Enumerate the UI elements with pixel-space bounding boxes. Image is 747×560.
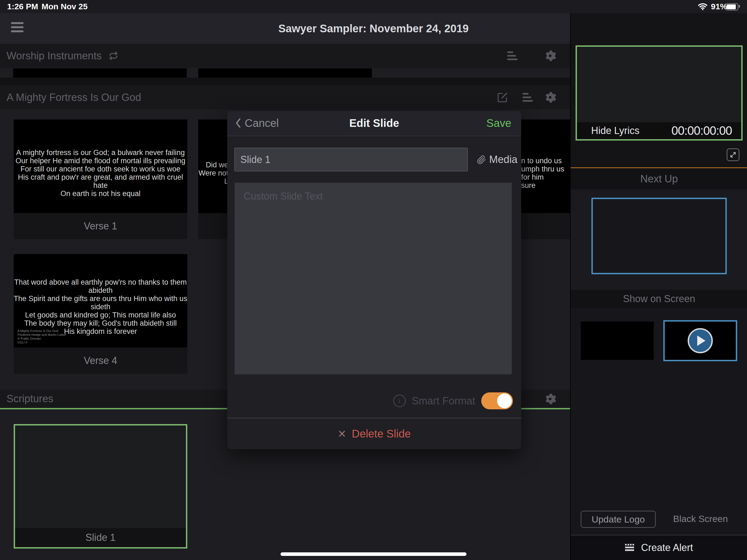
menu-icon[interactable] — [11, 22, 24, 32]
slide-card-partial-left[interactable]: Did we Were not L — [198, 120, 228, 239]
status-bar: 1:26 PM Mon Nov 25 91% — [0, 0, 747, 13]
timecode: 00:00:00:00 — [672, 124, 732, 137]
cancel-button[interactable]: Cancel — [234, 111, 279, 135]
slide-label: Verse 4 — [14, 348, 187, 374]
slide-lyrics: A mighty fortress is our God; a bulwark … — [14, 135, 187, 198]
reorder-icon[interactable] — [507, 51, 518, 60]
info-icon[interactable]: i — [393, 394, 406, 407]
app-screen: 1:26 PM Mon Nov 25 91% Sawyer Sampler: N… — [0, 0, 747, 560]
slide-label: Verse 1 — [14, 213, 187, 239]
section-title: Scriptures — [6, 393, 53, 405]
edit-section-icon[interactable] — [496, 91, 509, 104]
wifi-icon — [698, 3, 707, 10]
next-up-header: Next Up — [571, 168, 747, 189]
gear-icon[interactable] — [544, 393, 557, 405]
live-output-bar: Hide Lyrics 00:00:00:00 — [577, 122, 741, 139]
black-screen-button[interactable]: Black Screen — [664, 511, 738, 527]
reorder-icon[interactable] — [522, 93, 533, 102]
smart-format-label: Smart Format — [412, 395, 475, 407]
output-sidebar: Hide Lyrics 00:00:00:00 Next Up Show on … — [570, 13, 747, 560]
slide-label: Slide 1 — [15, 528, 186, 547]
delete-slide-button[interactable]: ✕ Delete Slide — [227, 418, 521, 449]
section-gap — [0, 78, 570, 85]
modal-header: Cancel Edit Slide Save — [227, 111, 521, 136]
play-icon — [688, 328, 713, 353]
show-on-screen-header: Show on Screen — [571, 290, 747, 308]
gear-icon[interactable] — [544, 91, 557, 104]
create-alert-button[interactable]: Create Alert — [571, 535, 747, 560]
battery-icon — [726, 3, 738, 10]
media-button[interactable]: Media — [476, 148, 518, 172]
update-logo-button[interactable]: Update Logo — [581, 511, 656, 528]
chevron-left-icon — [234, 118, 242, 128]
slide-name-input[interactable] — [234, 148, 468, 172]
slide-credits: A Mighty Fortress Is Our God Frederick H… — [18, 329, 66, 344]
edit-slide-modal: Cancel Edit Slide Save Media i Smart For… — [227, 111, 521, 449]
video-thumbnail-selected[interactable] — [663, 320, 737, 361]
next-up-preview[interactable] — [591, 198, 727, 274]
battery-tip — [739, 5, 740, 8]
slide-lyrics: Did we Were not L — [199, 147, 228, 185]
slide-thumbnail[interactable] — [198, 68, 372, 78]
custom-slide-text-area[interactable] — [234, 182, 512, 375]
x-icon: ✕ — [338, 428, 346, 440]
hide-lyrics-button[interactable]: Hide Lyrics — [591, 125, 640, 136]
section-header-fortress[interactable]: A Mighty Fortress Is Our God — [0, 85, 570, 109]
slide-lyrics: That word above all earthly pow'rs no th… — [14, 266, 187, 335]
section-title: A Mighty Fortress Is Our God — [6, 92, 141, 103]
paperclip-icon — [476, 155, 486, 164]
status-date: Mon Nov 25 — [42, 2, 87, 11]
battery-percent: 91% — [711, 2, 727, 11]
marquee-icon — [625, 543, 637, 552]
save-button[interactable]: Save — [486, 111, 511, 135]
slide-card-slide1[interactable]: Slide 1 — [14, 424, 187, 549]
slide-lyrics: n to undo us umph thru us for him sure — [521, 143, 564, 189]
section-header-worship-instruments[interactable]: Worship Instruments — [0, 44, 570, 68]
logo-thumbnail[interactable] — [581, 322, 654, 360]
fullscreen-icon[interactable] — [727, 149, 739, 161]
slide-thumbnail[interactable] — [13, 68, 187, 78]
slide-card-verse1[interactable]: A mighty fortress is our God; a bulwark … — [14, 120, 187, 239]
slide-card-verse4[interactable]: That word above all earthly pow'rs no th… — [14, 254, 187, 374]
live-output-preview[interactable]: Hide Lyrics 00:00:00:00 — [575, 45, 743, 141]
worship-slides-row — [0, 68, 570, 78]
gear-icon[interactable] — [544, 50, 557, 62]
section-title: Worship Instruments — [6, 50, 102, 62]
home-indicator[interactable] — [281, 552, 466, 556]
smart-format-toggle[interactable] — [481, 392, 513, 409]
smart-format-row: i Smart Format — [227, 384, 513, 417]
loop-icon — [108, 51, 119, 61]
status-time: 1:26 PM — [7, 2, 38, 11]
slide-card-partial-right[interactable]: n to undo us umph thru us for him sure — [521, 120, 570, 239]
